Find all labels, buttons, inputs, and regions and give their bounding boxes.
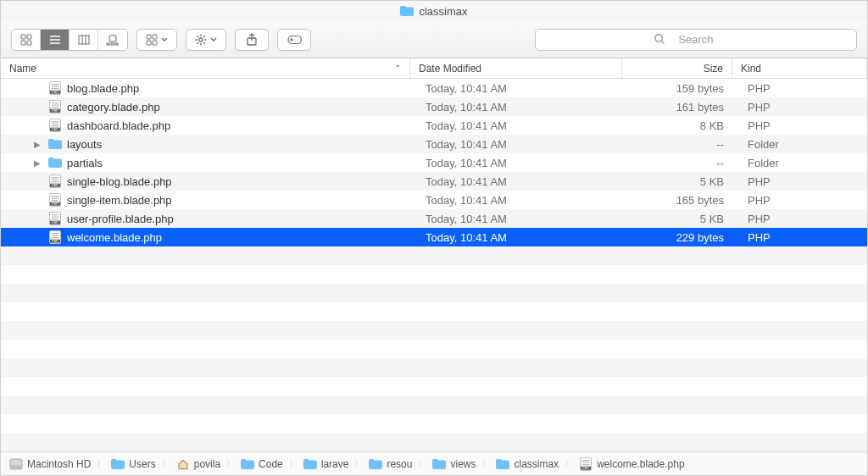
svg-rect-63 [52,217,59,218]
file-size: 165 bytes [622,191,732,209]
file-name: dashboard.blade.php [67,119,170,132]
svg-rect-68 [52,233,59,234]
file-date: Today, 10:41 AM [410,79,622,97]
tag-icon [287,35,302,45]
svg-rect-0 [21,35,25,39]
arrange-button[interactable] [136,29,177,51]
svg-rect-39 [52,105,59,106]
path-crumb[interactable]: views [432,457,476,471]
svg-text:PHP: PHP [52,240,58,243]
svg-rect-77 [582,462,590,462]
svg-line-25 [203,36,205,37]
table-row[interactable]: PHP single-blog.blade.php Today, 10:41 A… [1,172,867,191]
column-header-date[interactable]: Date Modified [410,58,622,78]
file-name: category.blade.php [67,101,160,113]
svg-rect-76 [582,460,590,461]
file-kind: Folder [732,153,867,172]
file-kind: PHP [732,191,867,209]
svg-rect-64 [52,219,59,219]
file-size: 229 bytes [622,228,732,246]
gallery-view-button[interactable] [98,30,127,50]
svg-line-26 [197,42,198,44]
file-date: Today, 10:41 AM [410,135,622,153]
svg-text:PHP: PHP [582,467,589,470]
table-row[interactable]: PHP user-profile.blade.php Today, 10:41 … [1,209,867,228]
php-file-icon: PHP [48,174,62,188]
list-view-button[interactable] [41,30,70,50]
empty-row [1,265,867,284]
file-name: blog.blade.php [67,82,139,95]
svg-rect-40 [52,107,59,108]
php-file-icon: PHP [48,81,62,95]
chevron-right-icon: 〉 [224,458,237,470]
file-size: 5 KB [622,172,732,191]
folder-icon [400,6,414,16]
svg-point-28 [291,38,292,40]
table-row[interactable]: ▶ partials Today, 10:41 AM -- Folder [1,153,867,172]
column-header-kind[interactable]: Kind [732,58,867,78]
svg-text:PHP: PHP [52,91,58,94]
svg-rect-7 [79,36,89,44]
column-view-button[interactable] [70,30,98,50]
file-size: 159 bytes [622,79,732,97]
svg-rect-1 [27,35,31,39]
empty-row [1,340,867,358]
file-size: -- [622,135,732,153]
php-icon: PHP [579,457,593,471]
file-kind: Folder [732,135,867,153]
table-row[interactable]: PHP single-item.blade.php Today, 10:41 A… [1,191,867,209]
svg-point-18 [199,38,203,42]
action-button[interactable] [186,29,226,51]
svg-rect-56 [52,196,59,196]
path-crumb-label: Macintosh HD [27,458,91,470]
path-crumb-label: larave [321,458,349,470]
svg-rect-44 [52,121,59,122]
svg-rect-58 [52,200,59,201]
chevron-right-icon: 〉 [352,458,365,470]
path-crumb[interactable]: Code [241,457,283,471]
path-crumb-label: views [450,458,476,470]
toolbar [1,21,867,58]
table-row[interactable]: PHP category.blade.php Today, 10:41 AM 1… [1,97,867,116]
disclosure-triangle-icon[interactable]: ▶ [31,158,43,168]
svg-rect-69 [52,235,59,236]
file-date: Today, 10:41 AM [410,228,622,246]
php-file-icon: PHP [48,100,62,113]
icon-view-button[interactable] [12,30,41,50]
path-crumb[interactable]: Macintosh HD [9,457,91,471]
sort-indicator-icon: ⌃ [394,64,401,73]
table-row[interactable]: PHP dashboard.blade.php Today, 10:41 AM … [1,116,867,135]
table-row[interactable]: ▶ layouts Today, 10:41 AM -- Folder [1,135,867,153]
table-row[interactable]: PHP blog.blade.php Today, 10:41 AM 159 b… [1,79,867,97]
empty-row [1,414,867,433]
window-title: classimax [419,5,467,18]
svg-rect-32 [52,84,59,85]
tags-button[interactable] [277,29,311,51]
file-date: Today, 10:41 AM [410,172,622,191]
table-row[interactable]: PHP welcome.blade.php Today, 10:41 AM 22… [1,228,867,246]
column-header-size[interactable]: Size [622,58,732,78]
share-icon [246,33,258,47]
column-header-name[interactable]: Name ⌃ [1,58,410,78]
svg-rect-17 [153,41,157,45]
file-kind: PHP [732,79,867,97]
path-crumb[interactable]: PHP welcome.blade.php [579,457,684,471]
file-list[interactable]: PHP blog.blade.php Today, 10:41 AM 159 b… [1,79,867,451]
svg-rect-70 [52,237,59,238]
path-crumb[interactable]: larave [303,457,349,471]
svg-text:PHP: PHP [52,109,58,113]
path-crumb[interactable]: Users [111,457,155,471]
svg-text:PHP: PHP [52,128,58,131]
path-crumb-label: resou [387,458,412,470]
share-button[interactable] [235,29,269,51]
file-date: Today, 10:41 AM [410,153,622,172]
disclosure-triangle-icon[interactable]: ▶ [31,140,43,149]
search-input[interactable] [535,29,857,51]
empty-row [1,433,867,451]
window-titlebar: classimax [1,1,867,21]
path-crumb[interactable]: povila [176,457,220,471]
path-crumb[interactable]: classimax [496,457,559,471]
file-kind: PHP [732,172,867,191]
path-crumb[interactable]: resou [369,457,412,471]
chevron-right-icon: 〉 [479,458,492,470]
